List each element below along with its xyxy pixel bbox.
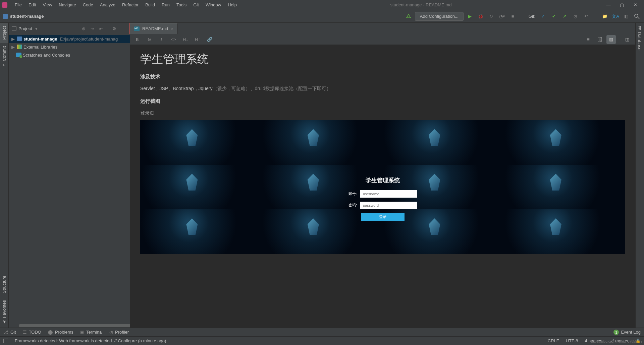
project-panel-header[interactable]: Project▾ ⊕ ⇥ ⇤ ⚙ — <box>9 23 130 34</box>
nav-folder-icon[interactable]: 📁 <box>600 12 609 21</box>
italic-button[interactable]: I <box>158 37 165 42</box>
scratch-icon <box>16 53 21 57</box>
terminal-icon: ▣ <box>80 330 84 335</box>
project-scrollbar[interactable] <box>9 323 130 328</box>
menu-navigate[interactable]: Navigate <box>55 0 79 10</box>
app-icon <box>2 2 7 8</box>
collapse-icon[interactable]: ⇤ <box>97 25 105 32</box>
tool-window-toggle-icon[interactable] <box>3 339 8 343</box>
add-configuration-button[interactable]: Add Configuration... <box>415 12 464 21</box>
profile-icon[interactable]: ◔▾ <box>498 12 506 21</box>
project-panel: Project▾ ⊕ ⇥ ⇤ ⚙ — ▶ student-manage E:\j… <box>9 23 130 328</box>
event-count-badge: 1 <box>613 330 619 335</box>
layout-toggle-button[interactable]: ◫ <box>623 35 632 44</box>
header-up-button[interactable]: H↑ <box>194 37 201 42</box>
tool-problems[interactable]: ⬤Problems <box>48 330 73 335</box>
history-icon[interactable]: ◷ <box>571 12 580 21</box>
breadcrumb[interactable]: student-manage <box>3 14 402 19</box>
login-button: 登录 <box>361 213 405 221</box>
markdown-preview[interactable]: 学生管理系统 涉及技术 Servlet、JSP、BootStrap，Jquery… <box>130 45 635 328</box>
gear-icon[interactable]: ⚙ <box>111 25 118 32</box>
git-commit-icon[interactable]: ✔ <box>549 12 558 21</box>
close-button[interactable]: ✕ <box>629 0 642 10</box>
tool-profiler[interactable]: ◔Profiler <box>109 330 129 335</box>
build-icon[interactable] <box>404 12 413 21</box>
window-title: student-manage - README.md <box>240 2 602 7</box>
menu-tools[interactable]: Tools <box>173 0 190 10</box>
menu-run[interactable]: Run <box>158 0 173 10</box>
main-area: Project ○Commit Structure ★Favorites Pro… <box>0 23 644 328</box>
link-button[interactable]: 🔗 <box>206 37 213 42</box>
tree-node-root[interactable]: ▶ student-manage E:\java\project\student… <box>9 35 130 43</box>
right-tool-gutter: 🗄Database <box>635 23 644 328</box>
menu-file[interactable]: File <box>11 0 25 10</box>
tool-terminal[interactable]: ▣Terminal <box>80 330 103 335</box>
git-update-icon[interactable]: ✓ <box>539 12 547 21</box>
chevron-right-icon[interactable]: ▶ <box>11 45 15 50</box>
tool-tab-favorites[interactable]: ★Favorites <box>0 297 8 328</box>
tree-node-scratches[interactable]: Scratches and Consoles <box>9 51 130 59</box>
bold-button[interactable]: B <box>133 37 141 42</box>
git-push-icon[interactable]: ↗ <box>560 12 569 21</box>
event-log-button[interactable]: 1 Event Log <box>613 330 641 335</box>
project-tree: ▶ student-manage E:\java\project\student… <box>9 34 130 323</box>
stop-icon[interactable]: ■ <box>508 12 517 21</box>
menu-refactor[interactable]: Refactor <box>119 0 142 10</box>
chevron-right-icon[interactable]: ▶ <box>11 37 15 42</box>
login-form: 学生管理系统 账号: 密码: 登录 <box>348 177 417 221</box>
library-icon <box>17 45 22 49</box>
status-crlf[interactable]: CRLF <box>548 338 559 343</box>
split-view-button[interactable]: ⿲ <box>595 35 604 44</box>
tool-tab-structure[interactable]: Structure <box>0 272 8 297</box>
menu-git[interactable]: Git <box>190 0 202 10</box>
maximize-button[interactable]: ▢ <box>615 0 629 10</box>
git-label: Git: <box>527 14 537 19</box>
tool-tab-database[interactable]: 🗄Database <box>636 23 643 54</box>
coverage-icon[interactable]: ↻ <box>487 12 496 21</box>
expand-icon[interactable]: ⇥ <box>89 25 96 32</box>
search-icon[interactable] <box>633 12 641 21</box>
status-message[interactable]: Frameworks detected: Web framework is de… <box>15 338 541 343</box>
tool-git[interactable]: ⎇Git <box>3 330 16 335</box>
locate-icon[interactable]: ⊕ <box>80 25 87 32</box>
password-label: 密码: <box>348 203 357 208</box>
translate-icon[interactable]: 文A <box>611 12 620 21</box>
rollback-icon[interactable]: ↶ <box>582 12 590 21</box>
close-tab-icon[interactable]: × <box>171 26 173 31</box>
editor-tab-readme[interactable]: README.md × <box>130 23 178 34</box>
status-encoding[interactable]: UTF-8 <box>566 338 578 343</box>
doc-h3-tech: 涉及技术 <box>140 74 625 80</box>
list-icon: ☰ <box>23 330 27 335</box>
ide-settings-icon[interactable]: ◧ <box>622 12 631 21</box>
editor-tab-label: README.md <box>142 26 168 31</box>
warning-icon: ⬤ <box>48 330 53 335</box>
folder-icon <box>17 37 22 41</box>
header-down-button[interactable]: H↓ <box>182 37 189 42</box>
tree-node-external-libs[interactable]: ▶ External Libraries <box>9 43 130 51</box>
minimize-button[interactable]: — <box>602 0 615 10</box>
username-input <box>360 190 417 198</box>
svg-line-1 <box>638 17 639 19</box>
branch-icon: ⎇ <box>3 330 8 335</box>
menu-build[interactable]: Build <box>142 0 158 10</box>
breadcrumb-project: student-manage <box>10 14 44 19</box>
run-icon[interactable]: ▶ <box>466 12 474 21</box>
tool-tab-commit[interactable]: ○Commit <box>0 43 8 71</box>
hide-icon[interactable]: — <box>119 25 127 32</box>
debug-icon[interactable]: 🐞 <box>476 12 485 21</box>
menu-analyze[interactable]: Analyze <box>97 0 119 10</box>
tool-tab-project[interactable]: Project <box>0 23 8 43</box>
editor-view-button[interactable]: ≡ <box>584 35 593 44</box>
menu-edit[interactable]: Edit <box>25 0 39 10</box>
strike-button[interactable]: S <box>146 37 153 42</box>
code-button[interactable]: <> <box>170 37 177 42</box>
tool-todo[interactable]: ☰TODO <box>23 330 41 335</box>
menu-window[interactable]: Window <box>202 0 224 10</box>
username-label: 账号: <box>348 191 357 196</box>
menu-view[interactable]: View <box>39 0 55 10</box>
menu-code[interactable]: Code <box>79 0 97 10</box>
chevron-down-icon: ▾ <box>35 26 38 31</box>
preview-view-button[interactable]: ▧ <box>606 35 616 44</box>
doc-h3-screens: 运行截图 <box>140 98 625 105</box>
menu-help[interactable]: Help <box>224 0 240 10</box>
